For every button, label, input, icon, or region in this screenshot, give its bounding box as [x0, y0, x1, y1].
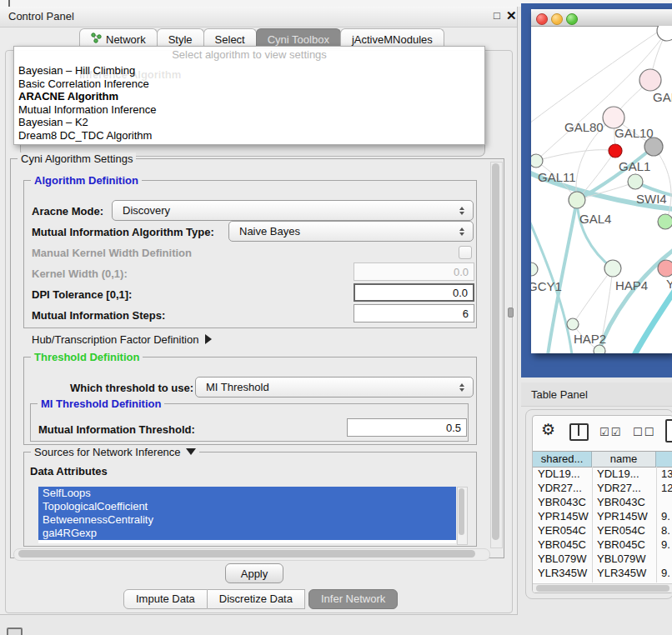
algorithm-option-aracne-algorithm[interactable]: ARACNE Algorithm — [17, 90, 482, 103]
close-icon[interactable]: ✕ — [506, 8, 517, 23]
network-canvas[interactable]: GALGAL80GAL10GAL11GAL1SWI4GAL4GCY1HAP4YH… — [531, 26, 672, 353]
which-threshold-combobox[interactable]: MI Threshold — [195, 377, 474, 398]
table-cell: 12 — [661, 481, 672, 495]
network-node[interactable] — [604, 260, 621, 277]
table-row[interactable]: YLR345WYLR345W9. — [533, 566, 672, 580]
network-window-titlebar[interactable] — [531, 9, 672, 27]
bottom-tab-infer-network[interactable]: Infer Network — [308, 589, 398, 609]
table-row[interactable]: YER054CYER054C8. — [533, 523, 672, 538]
table-row[interactable]: YIL052CYIL052C9 — [533, 580, 672, 582]
algorithm-option-bayesian-k2[interactable]: Bayesian – K2 — [17, 116, 482, 129]
table-cell: YBR043C — [597, 495, 656, 509]
algorithm-option-basic-correlation-inference[interactable]: Basic Correlation Inference — [17, 78, 482, 91]
algorithm-option-mutual-information-inference[interactable]: Mutual Information Inference — [17, 103, 482, 117]
network-node[interactable] — [567, 318, 579, 330]
control-panel-titlebar — [0, 7, 517, 28]
algorithm-option-bayesian-hill-climbing[interactable]: Bayesian – Hill Climbing — [17, 64, 482, 78]
combo-arrows-icon — [456, 207, 468, 215]
column-header-2[interactable] — [656, 452, 672, 467]
data-attributes-list[interactable]: SelfLoopsTopologicalCoefficientBetweenne… — [38, 487, 456, 543]
attributes-list-scrollbar[interactable] — [457, 487, 468, 545]
kernel-width-field[interactable]: 0.0 — [354, 262, 474, 281]
table-horizontal-scrollbar[interactable] — [533, 583, 672, 593]
table-row[interactable]: YBR045CYBR045C9. — [533, 538, 672, 552]
close-traffic-light-icon[interactable] — [536, 13, 548, 25]
table-cell: YDR27... — [538, 481, 592, 495]
apply-button[interactable]: Apply — [225, 563, 283, 583]
network-edge[interactable] — [536, 150, 615, 161]
attribute-item-gal4rgexp[interactable]: gal4RGexp — [38, 527, 456, 540]
select-all-checkboxes-icon[interactable]: ☑☑ — [599, 426, 622, 438]
settings-horizontal-scrollbar[interactable] — [13, 548, 490, 561]
hub-definition-expander[interactable]: Hub/Transcription Factor Definition — [32, 333, 212, 346]
mi-threshold-label: Mutual Information Threshold: — [38, 423, 195, 436]
sources-group-title[interactable]: Sources for Network Inference — [31, 446, 199, 458]
tab-label: Select — [215, 33, 245, 46]
network-node[interactable] — [658, 260, 672, 277]
network-node[interactable] — [609, 144, 622, 158]
network-node[interactable] — [644, 138, 663, 156]
node-label-gal10: GAL10 — [614, 126, 654, 140]
panel-splitter-handle[interactable] — [508, 308, 514, 318]
gear-icon[interactable]: ⚙ — [541, 420, 555, 439]
network-node[interactable] — [628, 174, 643, 189]
screen: Control Panel □ ✕ NetworkStyleSelectCyni… — [0, 0, 672, 635]
node-label-y: Y — [666, 277, 672, 291]
export-table-icon[interactable] — [665, 419, 672, 442]
table-cell: YIL052C — [538, 580, 592, 582]
algorithm-dropdown-popup: Select algorithm to view settings Infere… — [13, 46, 485, 145]
zoom-traffic-light-icon[interactable] — [566, 13, 578, 25]
table-row[interactable]: YDR27...YDR27...12 — [533, 481, 672, 495]
dpi-tolerance-label: DPI Tolerance [0,1]: — [32, 288, 132, 301]
manual-kernel-width-checkbox[interactable] — [459, 246, 472, 259]
table-header-row[interactable]: shared...name — [533, 451, 672, 468]
mi-algorithm-type-combobox[interactable]: Naive Bayes — [228, 221, 474, 242]
tab-label: Network — [106, 33, 146, 46]
mi-threshold-field[interactable]: 0.5 — [347, 418, 467, 437]
node-label-gcy1: GCY1 — [531, 279, 562, 293]
table-cell: YER054C — [597, 523, 656, 538]
attribute-item-topologicalcoefficient[interactable]: TopologicalCoefficient — [38, 500, 456, 513]
minimize-traffic-light-icon[interactable] — [551, 13, 563, 25]
network-node[interactable] — [657, 26, 672, 41]
bottom-tab-discretize-data[interactable]: Discretize Data — [208, 589, 305, 609]
bottom-tab-impute-data[interactable]: Impute Data — [123, 589, 208, 609]
network-node[interactable] — [531, 154, 543, 168]
network-edge[interactable] — [573, 268, 613, 324]
columns-icon[interactable] — [569, 423, 589, 441]
mi-steps-field[interactable]: 6 — [354, 304, 474, 322]
network-view-window[interactable]: GALGAL80GAL10GAL11GAL1SWI4GAL4GCY1HAP4YH… — [531, 9, 672, 353]
network-edge[interactable] — [634, 291, 672, 353]
table-row[interactable]: YBL079WYBL079W — [533, 552, 672, 566]
dpi-tolerance-field[interactable]: 0.0 — [354, 283, 474, 302]
network-edge[interactable] — [577, 200, 613, 268]
attribute-item-betweennesscentrality[interactable]: BetweennessCentrality — [38, 513, 456, 527]
column-header-name[interactable]: name — [592, 452, 656, 467]
table-row[interactable]: YPR145WYPR145W9. — [533, 509, 672, 523]
network-node[interactable] — [639, 69, 661, 91]
network-node[interactable] — [594, 345, 605, 353]
table-cell: YBL079W — [538, 552, 592, 566]
which-threshold-label: Which threshold to use: — [70, 382, 193, 394]
node-label-gal4: GAL4 — [579, 212, 611, 226]
table-rows: YDL19...YDL19...13YDR27...YDR27...12YBR0… — [533, 467, 672, 582]
algorithm-option-dream8-dc-tdc-algorithm[interactable]: Dream8 DC_TDC Algorithm — [17, 129, 482, 142]
network-node[interactable] — [569, 192, 585, 208]
settings-vertical-scrollbar[interactable] — [490, 162, 503, 548]
table-cell: YIL052C — [597, 580, 656, 582]
float-window-icon[interactable]: □ — [494, 9, 500, 22]
network-node[interactable] — [531, 262, 538, 276]
control-panel-title: Control Panel — [8, 10, 74, 22]
deselect-all-checkboxes-icon[interactable]: ☐☐ — [633, 426, 655, 438]
attribute-item-selfloops[interactable]: SelfLoops — [38, 487, 456, 500]
table-row[interactable]: YBR043CYBR043C — [533, 495, 672, 509]
table-panel-titlebar: Table Panel — [521, 382, 672, 407]
table-row[interactable]: YDL19...YDL19...13 — [533, 467, 672, 481]
aracne-mode-combobox[interactable]: Discovery — [112, 200, 474, 221]
table-cell: 9. — [661, 509, 672, 523]
table-cell: YDL19... — [538, 467, 592, 481]
column-header-shared-[interactable]: shared... — [533, 452, 592, 467]
minimized-window-icon[interactable] — [7, 628, 23, 635]
node-label-swi4: SWI4 — [636, 192, 667, 206]
network-node[interactable] — [658, 214, 672, 229]
